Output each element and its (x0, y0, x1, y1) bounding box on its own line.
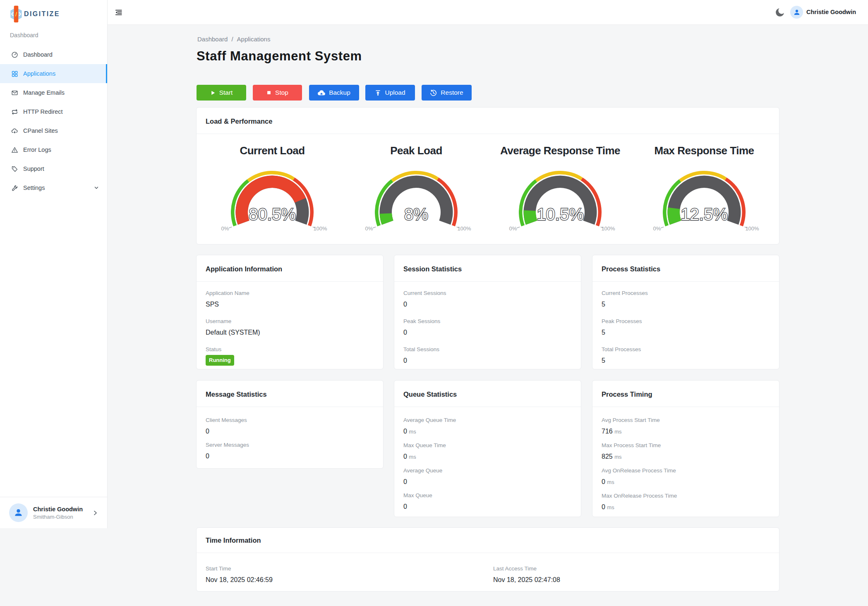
svg-text:100%: 100% (745, 225, 759, 232)
svg-text:80.5%: 80.5% (249, 205, 295, 223)
svg-text:8%: 8% (404, 205, 428, 223)
svg-text:10.5%: 10.5% (537, 205, 583, 223)
svg-text:0%: 0% (365, 225, 373, 232)
svg-text:100%: 100% (457, 225, 471, 232)
svg-text:0%: 0% (509, 225, 517, 232)
svg-text:12.5%: 12.5% (681, 205, 727, 223)
svg-text:0%: 0% (653, 225, 661, 232)
svg-text:100%: 100% (601, 225, 615, 232)
svg-text:0%: 0% (221, 225, 229, 232)
svg-text:100%: 100% (313, 225, 327, 232)
